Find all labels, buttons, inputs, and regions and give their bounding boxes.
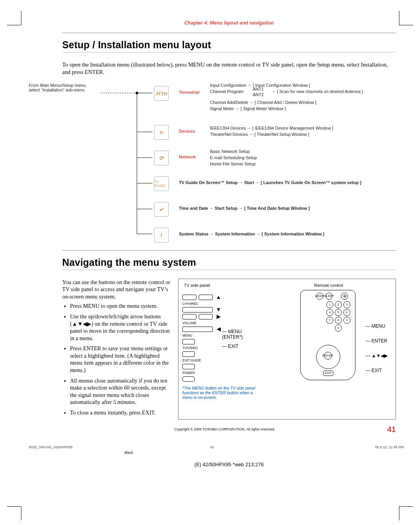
remote-control: LIGHT SLEEP ⏻ 123 456 789 0 ENTER EXIT (300, 290, 355, 380)
chapter-header: Chapter 4: Menu layout and navigation (62, 20, 396, 26)
nav-bullets: Press MENU to open the menu system. Use … (65, 302, 171, 416)
nav-bullet: Press ENTER to save your menu settings o… (70, 345, 171, 374)
figure-box: TV side panel ▲ CHANNEL ▼ ▶ VOLUME ◀ MEN… (178, 279, 396, 420)
footer-right: 05.9.12, 11:45 PM (375, 445, 404, 449)
nav-bullet: To close a menu instantly, press EXIT. (70, 409, 171, 416)
footer-jobid: (E) 42/50HPX95 *web 213:276 (62, 462, 396, 467)
nav-bullet: Press MENU to open the menu system. (70, 302, 171, 310)
nav-intro: You can use the buttons on the remote co… (62, 279, 171, 300)
intro-setup: To open the Installation menu (illustrat… (62, 61, 396, 76)
footer-mid: 41 (210, 445, 214, 449)
rc-menu-label: MENU (371, 323, 385, 329)
fig-tv-title: TV side panel (184, 283, 256, 288)
tv-note: *The MENU button on the TV side panel fu… (182, 386, 256, 400)
fig-rc-title: Remote control (266, 283, 392, 288)
footer-black: Black (124, 451, 396, 455)
rc-exit-label: EXIT (371, 368, 382, 373)
footer-left: #01E_040-041_4250HPX95 (29, 445, 73, 449)
nav-bullet: Use the up/down/left/right arrow buttons… (70, 313, 171, 342)
tv-exit-label: EXIT (228, 344, 238, 349)
crop-mark (14, 18, 28, 32)
crop-mark (14, 499, 28, 513)
heading-setup: Setup / Installation menu layout (62, 39, 396, 51)
tv-menu-label: MENU (ENTER*) (222, 329, 243, 340)
page-number: 41 (387, 425, 396, 434)
heading-nav: Navigating the menu system (62, 257, 396, 268)
rule (62, 33, 396, 33)
rule (62, 52, 396, 53)
crop-mark (392, 499, 406, 513)
rc-enter-label: ENTER (371, 338, 387, 344)
rule (62, 250, 396, 251)
copyright: Copyright © 2005 TOSHIBA CORPORATION. Al… (62, 427, 396, 431)
rule (62, 270, 396, 270)
rc-arrows-label: ▲▼◀▶ (371, 353, 388, 358)
menu-tree: From Main Menu/Setup menu, select “Insta… (62, 83, 396, 250)
tv-panel: ▲ CHANNEL ▼ ▶ VOLUME ◀ MENU TV/VIDEO EXI… (182, 293, 222, 383)
tree-connectors (62, 83, 396, 250)
crop-mark (392, 18, 406, 32)
nav-bullet: All menus close automatically if you do … (70, 377, 171, 406)
